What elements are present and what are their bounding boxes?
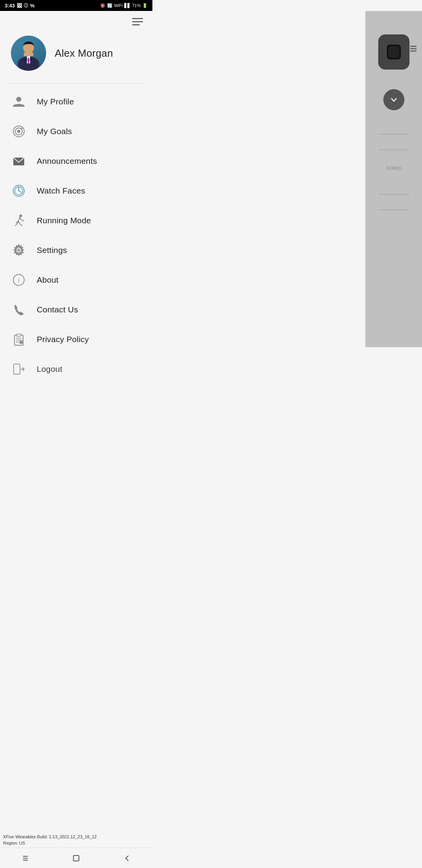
- menu-item-my-goals[interactable]: My Goals: [0, 117, 152, 146]
- menu-item-settings[interactable]: Settings: [0, 235, 152, 265]
- watch-faces-label: Watch Faces: [37, 186, 85, 195]
- running-mode-label: Running Mode: [37, 216, 91, 225]
- svg-rect-29: [14, 364, 20, 374]
- person-icon: [11, 94, 27, 109]
- status-bar: 3:43 🖼 ⓘ % 🔇 🔄 WiFi ▋▋ 71% 🔋: [0, 0, 152, 11]
- menu-item-privacy-policy[interactable]: Privacy Policy: [0, 325, 152, 354]
- clock: 3:43: [5, 3, 15, 9]
- menu-item-running-mode[interactable]: Running Mode: [0, 206, 152, 235]
- menu-item-about[interactable]: i About: [0, 265, 152, 295]
- svg-point-17: [20, 215, 22, 217]
- info-icon: i: [11, 272, 27, 288]
- about-label: About: [37, 275, 59, 285]
- logout-label: Logout: [37, 364, 62, 374]
- hamburger-line-2: [132, 21, 143, 22]
- my-goals-label: My Goals: [37, 127, 72, 136]
- privacy-policy-label: Privacy Policy: [37, 335, 89, 344]
- menu-item-logout[interactable]: Logout: [0, 354, 152, 384]
- avatar-image: [13, 38, 44, 71]
- top-bar: [0, 11, 152, 29]
- svg-point-10: [17, 130, 20, 133]
- svg-point-7: [16, 97, 21, 102]
- my-profile-label: My Profile: [37, 97, 74, 106]
- signal-bars-icon: ▋▋: [124, 3, 131, 8]
- menu-item-watch-faces[interactable]: Watch Faces: [0, 176, 152, 206]
- status-time: 3:43 🖼 ⓘ %: [5, 3, 35, 9]
- contact-us-label: Contact Us: [37, 305, 78, 314]
- svg-rect-24: [17, 334, 21, 336]
- target-icon: [11, 124, 27, 139]
- gear-icon: [11, 242, 27, 258]
- mail-icon: [11, 153, 27, 169]
- hamburger-line-1: [132, 18, 143, 19]
- iw-icon: ⓘ: [24, 3, 28, 9]
- svg-text:i: i: [18, 277, 20, 283]
- svg-point-20: [18, 249, 20, 251]
- gallery-icon: 🖼: [17, 3, 22, 9]
- clock-icon: [11, 183, 27, 199]
- svg-rect-28: [20, 341, 23, 344]
- settings-label: Settings: [37, 246, 67, 255]
- hamburger-menu-button[interactable]: [132, 18, 143, 25]
- status-right: 🔇 🔄 WiFi ▋▋ 71% 🔋: [100, 3, 148, 8]
- svg-point-16: [18, 190, 20, 192]
- avatar: [11, 36, 46, 71]
- announcements-label: Announcements: [37, 156, 97, 166]
- user-name: Alex Morgan: [55, 47, 113, 59]
- menu-item-contact-us[interactable]: Contact Us: [0, 295, 152, 325]
- drawer-panel: Alex Morgan My Profile: [0, 11, 152, 387]
- profile-section: Alex Morgan: [0, 29, 152, 83]
- sync-icon: 🔄: [107, 3, 113, 8]
- menu-list: My Profile My Goals: [0, 84, 152, 387]
- menu-item-announcements[interactable]: Announcements: [0, 146, 152, 176]
- mute-icon: 🔇: [100, 3, 106, 8]
- run-icon: [11, 213, 27, 228]
- hamburger-line-3: [132, 24, 140, 25]
- battery-icon: 🔋: [142, 3, 148, 8]
- menu-item-my-profile[interactable]: My Profile: [0, 87, 152, 117]
- battery-level: 71%: [132, 3, 141, 8]
- signal-icon: %: [30, 3, 35, 9]
- wifi-icon: WiFi: [114, 3, 123, 8]
- clipboard-icon: [11, 332, 27, 347]
- phone-icon: [11, 302, 27, 317]
- logout-icon: [11, 361, 27, 377]
- svg-rect-3: [24, 52, 33, 56]
